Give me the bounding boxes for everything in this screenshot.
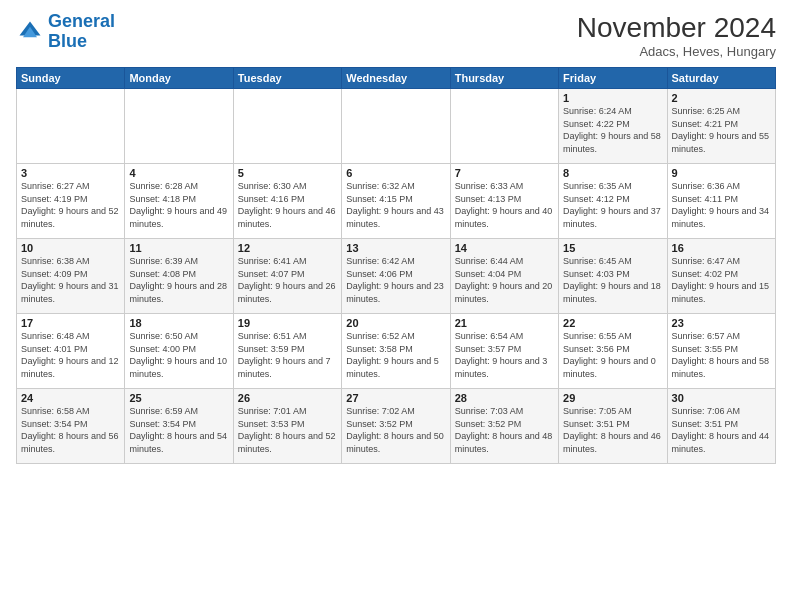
cell-0-0 xyxy=(17,89,125,164)
day-number: 7 xyxy=(455,167,554,179)
day-number: 21 xyxy=(455,317,554,329)
cell-3-4: 21Sunrise: 6:54 AM Sunset: 3:57 PM Dayli… xyxy=(450,314,558,389)
cell-1-1: 4Sunrise: 6:28 AM Sunset: 4:18 PM Daylig… xyxy=(125,164,233,239)
cell-2-6: 16Sunrise: 6:47 AM Sunset: 4:02 PM Dayli… xyxy=(667,239,775,314)
calendar-header: Sunday Monday Tuesday Wednesday Thursday… xyxy=(17,68,776,89)
cell-3-3: 20Sunrise: 6:52 AM Sunset: 3:58 PM Dayli… xyxy=(342,314,450,389)
cell-2-3: 13Sunrise: 6:42 AM Sunset: 4:06 PM Dayli… xyxy=(342,239,450,314)
cell-4-2: 26Sunrise: 7:01 AM Sunset: 3:53 PM Dayli… xyxy=(233,389,341,464)
cell-4-0: 24Sunrise: 6:58 AM Sunset: 3:54 PM Dayli… xyxy=(17,389,125,464)
cell-4-1: 25Sunrise: 6:59 AM Sunset: 3:54 PM Dayli… xyxy=(125,389,233,464)
day-info: Sunrise: 6:57 AM Sunset: 3:55 PM Dayligh… xyxy=(672,330,771,380)
day-number: 28 xyxy=(455,392,554,404)
day-number: 23 xyxy=(672,317,771,329)
subtitle: Adacs, Heves, Hungary xyxy=(577,44,776,59)
day-number: 3 xyxy=(21,167,120,179)
week-row-4: 24Sunrise: 6:58 AM Sunset: 3:54 PM Dayli… xyxy=(17,389,776,464)
day-number: 4 xyxy=(129,167,228,179)
day-info: Sunrise: 6:41 AM Sunset: 4:07 PM Dayligh… xyxy=(238,255,337,305)
day-number: 12 xyxy=(238,242,337,254)
day-info: Sunrise: 7:02 AM Sunset: 3:52 PM Dayligh… xyxy=(346,405,445,455)
cell-3-1: 18Sunrise: 6:50 AM Sunset: 4:00 PM Dayli… xyxy=(125,314,233,389)
col-saturday: Saturday xyxy=(667,68,775,89)
cell-2-2: 12Sunrise: 6:41 AM Sunset: 4:07 PM Dayli… xyxy=(233,239,341,314)
day-number: 24 xyxy=(21,392,120,404)
day-info: Sunrise: 6:51 AM Sunset: 3:59 PM Dayligh… xyxy=(238,330,337,380)
cell-3-0: 17Sunrise: 6:48 AM Sunset: 4:01 PM Dayli… xyxy=(17,314,125,389)
day-info: Sunrise: 6:28 AM Sunset: 4:18 PM Dayligh… xyxy=(129,180,228,230)
day-info: Sunrise: 7:06 AM Sunset: 3:51 PM Dayligh… xyxy=(672,405,771,455)
day-number: 15 xyxy=(563,242,662,254)
day-number: 29 xyxy=(563,392,662,404)
cell-1-5: 8Sunrise: 6:35 AM Sunset: 4:12 PM Daylig… xyxy=(559,164,667,239)
week-row-2: 10Sunrise: 6:38 AM Sunset: 4:09 PM Dayli… xyxy=(17,239,776,314)
day-info: Sunrise: 6:48 AM Sunset: 4:01 PM Dayligh… xyxy=(21,330,120,380)
day-info: Sunrise: 6:55 AM Sunset: 3:56 PM Dayligh… xyxy=(563,330,662,380)
day-number: 9 xyxy=(672,167,771,179)
cell-4-6: 30Sunrise: 7:06 AM Sunset: 3:51 PM Dayli… xyxy=(667,389,775,464)
day-number: 30 xyxy=(672,392,771,404)
cell-4-3: 27Sunrise: 7:02 AM Sunset: 3:52 PM Dayli… xyxy=(342,389,450,464)
day-info: Sunrise: 7:01 AM Sunset: 3:53 PM Dayligh… xyxy=(238,405,337,455)
day-info: Sunrise: 6:32 AM Sunset: 4:15 PM Dayligh… xyxy=(346,180,445,230)
day-info: Sunrise: 6:38 AM Sunset: 4:09 PM Dayligh… xyxy=(21,255,120,305)
day-info: Sunrise: 6:59 AM Sunset: 3:54 PM Dayligh… xyxy=(129,405,228,455)
calendar-table: Sunday Monday Tuesday Wednesday Thursday… xyxy=(16,67,776,464)
day-info: Sunrise: 6:42 AM Sunset: 4:06 PM Dayligh… xyxy=(346,255,445,305)
header-row: Sunday Monday Tuesday Wednesday Thursday… xyxy=(17,68,776,89)
cell-4-4: 28Sunrise: 7:03 AM Sunset: 3:52 PM Dayli… xyxy=(450,389,558,464)
day-info: Sunrise: 6:24 AM Sunset: 4:22 PM Dayligh… xyxy=(563,105,662,155)
cell-0-4 xyxy=(450,89,558,164)
day-info: Sunrise: 6:45 AM Sunset: 4:03 PM Dayligh… xyxy=(563,255,662,305)
cell-1-6: 9Sunrise: 6:36 AM Sunset: 4:11 PM Daylig… xyxy=(667,164,775,239)
day-info: Sunrise: 6:35 AM Sunset: 4:12 PM Dayligh… xyxy=(563,180,662,230)
week-row-3: 17Sunrise: 6:48 AM Sunset: 4:01 PM Dayli… xyxy=(17,314,776,389)
col-wednesday: Wednesday xyxy=(342,68,450,89)
day-number: 8 xyxy=(563,167,662,179)
day-info: Sunrise: 6:58 AM Sunset: 3:54 PM Dayligh… xyxy=(21,405,120,455)
cell-1-2: 5Sunrise: 6:30 AM Sunset: 4:16 PM Daylig… xyxy=(233,164,341,239)
cell-3-5: 22Sunrise: 6:55 AM Sunset: 3:56 PM Dayli… xyxy=(559,314,667,389)
day-number: 5 xyxy=(238,167,337,179)
day-number: 25 xyxy=(129,392,228,404)
day-number: 11 xyxy=(129,242,228,254)
day-info: Sunrise: 6:36 AM Sunset: 4:11 PM Dayligh… xyxy=(672,180,771,230)
day-number: 22 xyxy=(563,317,662,329)
cell-2-4: 14Sunrise: 6:44 AM Sunset: 4:04 PM Dayli… xyxy=(450,239,558,314)
title-block: November 2024 Adacs, Heves, Hungary xyxy=(577,12,776,59)
cell-0-1 xyxy=(125,89,233,164)
day-info: Sunrise: 7:05 AM Sunset: 3:51 PM Dayligh… xyxy=(563,405,662,455)
day-info: Sunrise: 6:30 AM Sunset: 4:16 PM Dayligh… xyxy=(238,180,337,230)
week-row-0: 1Sunrise: 6:24 AM Sunset: 4:22 PM Daylig… xyxy=(17,89,776,164)
day-info: Sunrise: 6:25 AM Sunset: 4:21 PM Dayligh… xyxy=(672,105,771,155)
logo-text: General Blue xyxy=(48,12,115,52)
day-info: Sunrise: 7:03 AM Sunset: 3:52 PM Dayligh… xyxy=(455,405,554,455)
day-number: 10 xyxy=(21,242,120,254)
cell-4-5: 29Sunrise: 7:05 AM Sunset: 3:51 PM Dayli… xyxy=(559,389,667,464)
cell-3-6: 23Sunrise: 6:57 AM Sunset: 3:55 PM Dayli… xyxy=(667,314,775,389)
logo-line2: Blue xyxy=(48,31,87,51)
logo-line1: General xyxy=(48,11,115,31)
day-number: 20 xyxy=(346,317,445,329)
day-number: 2 xyxy=(672,92,771,104)
cell-0-3 xyxy=(342,89,450,164)
day-info: Sunrise: 6:54 AM Sunset: 3:57 PM Dayligh… xyxy=(455,330,554,380)
header: General Blue November 2024 Adacs, Heves,… xyxy=(16,12,776,59)
day-number: 19 xyxy=(238,317,337,329)
col-monday: Monday xyxy=(125,68,233,89)
day-number: 18 xyxy=(129,317,228,329)
day-number: 14 xyxy=(455,242,554,254)
cell-2-5: 15Sunrise: 6:45 AM Sunset: 4:03 PM Dayli… xyxy=(559,239,667,314)
cell-2-0: 10Sunrise: 6:38 AM Sunset: 4:09 PM Dayli… xyxy=(17,239,125,314)
day-info: Sunrise: 6:39 AM Sunset: 4:08 PM Dayligh… xyxy=(129,255,228,305)
cell-1-4: 7Sunrise: 6:33 AM Sunset: 4:13 PM Daylig… xyxy=(450,164,558,239)
logo-icon xyxy=(16,18,44,46)
day-info: Sunrise: 6:33 AM Sunset: 4:13 PM Dayligh… xyxy=(455,180,554,230)
col-tuesday: Tuesday xyxy=(233,68,341,89)
day-info: Sunrise: 6:44 AM Sunset: 4:04 PM Dayligh… xyxy=(455,255,554,305)
day-number: 6 xyxy=(346,167,445,179)
calendar-body: 1Sunrise: 6:24 AM Sunset: 4:22 PM Daylig… xyxy=(17,89,776,464)
cell-1-0: 3Sunrise: 6:27 AM Sunset: 4:19 PM Daylig… xyxy=(17,164,125,239)
day-info: Sunrise: 6:47 AM Sunset: 4:02 PM Dayligh… xyxy=(672,255,771,305)
day-number: 27 xyxy=(346,392,445,404)
